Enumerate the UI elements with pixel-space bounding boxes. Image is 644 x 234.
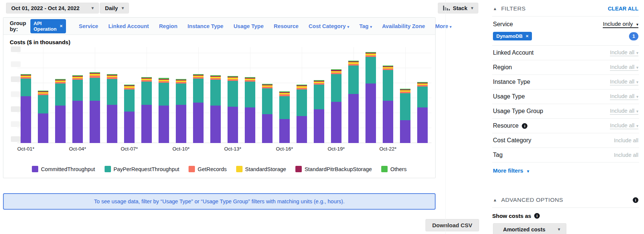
- close-icon[interactable]: ✕: [526, 34, 529, 38]
- bar-segment-committedthroughput: [55, 106, 66, 143]
- filter-label-text: Usage Type: [493, 93, 525, 100]
- clear-all-link[interactable]: CLEAR ALL: [608, 6, 638, 12]
- filter-label: Instance Type: [493, 79, 530, 85]
- bar-oct-22[interactable]: [383, 66, 393, 143]
- info-icon[interactable]: [633, 197, 638, 203]
- filter-value-dropdown[interactable]: Include all▾: [610, 108, 638, 115]
- filter-value-dropdown[interactable]: Include all▾: [610, 79, 638, 85]
- bar-oct-10[interactable]: [176, 79, 186, 143]
- bar-segment-payperrequestthroughput: [141, 82, 152, 104]
- bar-oct-02[interactable]: [38, 91, 48, 143]
- groupby-link-resource[interactable]: Resource: [274, 23, 298, 29]
- bar-oct-12[interactable]: [210, 75, 221, 143]
- filters-collapse-toggle[interactable]: ▲ FILTERS: [493, 5, 526, 12]
- bar-oct-18[interactable]: [314, 80, 324, 143]
- bar-segment-payperrequestthroughput: [159, 83, 169, 106]
- bar-segment-payperrequestthroughput: [21, 79, 31, 96]
- granularity-label: Daily: [105, 5, 118, 11]
- date-range-label: Oct 01, 2022 - Oct 24, 2022: [11, 5, 79, 11]
- more-filters-link[interactable]: More filters ▾: [492, 167, 639, 174]
- bar-segment-committedthroughput: [297, 116, 307, 143]
- bar-oct-15[interactable]: [262, 84, 273, 143]
- legend-item-payperrequestthroughput[interactable]: PayPerRequestThroughput: [105, 166, 180, 172]
- bar-oct-01[interactable]: [21, 74, 31, 143]
- y-axis-label-redacted: [11, 106, 21, 112]
- bar-oct-08[interactable]: [141, 77, 152, 143]
- bar-oct-20[interactable]: [348, 61, 359, 143]
- x-axis-label: Oct-19*: [319, 146, 353, 152]
- bar-oct-16[interactable]: [279, 91, 290, 143]
- groupby-link-service[interactable]: Service: [79, 23, 98, 29]
- info-icon[interactable]: [534, 213, 540, 219]
- bar-oct-17[interactable]: [297, 85, 307, 143]
- bar-segment-payperrequestthroughput: [90, 78, 100, 101]
- service-include-mode-dropdown[interactable]: Include only ▾: [603, 21, 638, 28]
- x-axis-label: Oct-16*: [268, 146, 301, 152]
- filter-value-dropdown[interactable]: Include all▾: [610, 93, 638, 100]
- download-csv-button[interactable]: Download CSV: [425, 219, 479, 231]
- groupby-link-usage-type[interactable]: Usage Type: [234, 23, 264, 29]
- chart-style-button[interactable]: Stack ▾: [438, 3, 478, 13]
- groupby-chip-api-operation[interactable]: API Operation ✕: [30, 19, 66, 33]
- legend-label: StandardPitrBackupStorage: [304, 166, 372, 172]
- date-range-button[interactable]: Oct 01, 2022 - Oct 24, 2022 ▾: [6, 3, 99, 13]
- bar-oct-03[interactable]: [55, 79, 66, 143]
- bar-segment-payperrequestthroughput: [55, 83, 66, 106]
- bar-oct-13[interactable]: [228, 76, 238, 143]
- legend-item-getrecords[interactable]: GetRecords: [189, 166, 226, 172]
- bar-oct-19[interactable]: [331, 69, 341, 143]
- bar-segment-payperrequestthroughput: [124, 89, 135, 112]
- legend-swatch: [381, 166, 388, 172]
- x-axis-label: Oct-13*: [216, 146, 250, 152]
- bar-oct-07[interactable]: [124, 85, 135, 143]
- advanced-collapse-toggle[interactable]: ▲ ADVANCED OPTIONS: [493, 197, 563, 203]
- bar-oct-14[interactable]: [245, 77, 255, 143]
- legend-item-others[interactable]: Others: [381, 166, 407, 172]
- chevron-down-icon: ▾: [636, 80, 638, 84]
- granularity-button[interactable]: Daily ▾: [100, 3, 129, 13]
- stack-chart-icon: [443, 6, 450, 10]
- filter-value-dropdown[interactable]: Include all▾: [610, 64, 638, 71]
- bar-oct-06[interactable]: [107, 74, 117, 143]
- filter-label-text: Linked Account: [493, 49, 534, 56]
- groupby-link-more[interactable]: More▾: [435, 23, 452, 29]
- bar-oct-24[interactable]: [417, 82, 428, 143]
- bar-segment-committedthroughput: [262, 114, 273, 143]
- chevron-down-icon: ▾: [636, 94, 638, 99]
- groupby-link-linked-account[interactable]: Linked Account: [108, 23, 149, 29]
- filter-value-dropdown[interactable]: Include all▾: [610, 122, 638, 129]
- groupby-link-cost-category[interactable]: Cost Category▾: [309, 23, 349, 29]
- close-icon[interactable]: ✕: [60, 24, 63, 28]
- groupby-link-availability-zone[interactable]: Availability Zone: [382, 23, 425, 29]
- bar-oct-09[interactable]: [159, 78, 169, 143]
- chevron-down-icon: ▾: [636, 51, 638, 55]
- filter-value-dropdown[interactable]: Include all▾: [610, 49, 638, 56]
- legend-swatch: [189, 166, 195, 172]
- bar-oct-21[interactable]: [365, 52, 376, 143]
- bar-oct-23[interactable]: [400, 89, 410, 143]
- filter-value-dropdown: Include all: [614, 137, 638, 143]
- groupby-link-instance-type[interactable]: Instance Type: [187, 23, 223, 29]
- legend-item-standardstorage[interactable]: StandardStorage: [236, 166, 286, 172]
- bar-oct-11[interactable]: [193, 74, 204, 143]
- show-costs-as-dropdown[interactable]: Amortized costs ▾: [493, 223, 566, 234]
- legend-swatch: [32, 166, 38, 172]
- legend-item-committedthroughput[interactable]: CommittedThroughput: [32, 166, 95, 172]
- groupby-link-region[interactable]: Region: [159, 23, 177, 29]
- filter-label: Cost Category: [493, 137, 531, 144]
- filter-label: Usage Type Group: [493, 108, 543, 115]
- bar-oct-04[interactable]: [72, 75, 83, 143]
- filter-label-text: Resource: [493, 122, 518, 129]
- legend-label: PayPerRequestThroughput: [114, 166, 180, 172]
- groupby-links: ServiceLinked AccountRegionInstance Type…: [79, 23, 451, 29]
- groupby-link-tag[interactable]: Tag▾: [359, 23, 372, 29]
- chevron-down-icon: ▾: [122, 6, 124, 10]
- service-filter-chip-dynamodb[interactable]: DynamoDB ✕: [493, 32, 532, 40]
- chart-style-label: Stack: [453, 5, 467, 11]
- filter-label: Resource: [493, 122, 527, 129]
- bar-oct-05[interactable]: [90, 72, 100, 143]
- info-icon[interactable]: [522, 123, 527, 129]
- bar-segment-committedthroughput: [176, 105, 186, 143]
- legend-item-standardpitrbackupstorage[interactable]: StandardPitrBackupStorage: [295, 166, 372, 172]
- advanced-options-header: ▲ ADVANCED OPTIONS: [492, 191, 639, 208]
